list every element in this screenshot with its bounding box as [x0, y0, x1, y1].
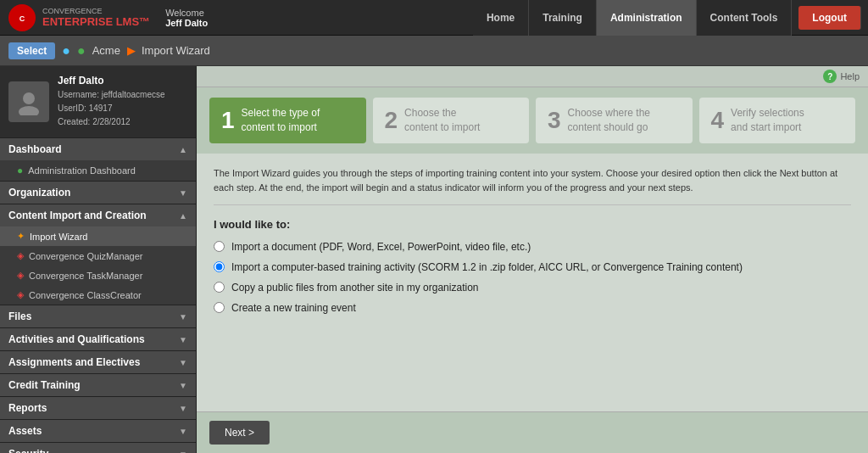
content-area: ? Help 1 Select the type of content to i…	[197, 66, 868, 453]
wizard-step-1[interactable]: 1 Select the type of content to import	[209, 98, 366, 143]
svg-text:C: C	[19, 14, 25, 23]
sidebar-section-organization: Organization ▼	[0, 182, 196, 204]
sidebar-section-dashboard: Dashboard ▲ ● Administration Dashboard	[0, 138, 196, 182]
user-info: Jeff Dalto Username: jeffdaltoacmecse Us…	[58, 75, 165, 129]
chevron-up-icon2: ▲	[179, 211, 187, 221]
breadcrumb-dot2-icon: ●	[77, 43, 86, 59]
chevron-down-icon8: ▼	[179, 427, 187, 436]
sidebar-section-reports: Reports ▼	[0, 397, 196, 420]
sidebar-section-assets: Assets ▼	[0, 420, 196, 443]
wizard-steps: 1 Select the type of content to import 2…	[197, 87, 868, 154]
sidebar-header-dashboard[interactable]: Dashboard ▲	[0, 138, 196, 160]
logo-text: CONVERGENCE ENTERPRISE LMS™	[42, 7, 150, 28]
nav-training-button[interactable]: Training	[529, 0, 597, 36]
help-icon: ?	[823, 70, 837, 83]
nav-buttons: Home Training Administration Content Too…	[473, 0, 868, 35]
sidebar-section-files: Files ▼	[0, 305, 196, 328]
breadcrumb-acme[interactable]: Acme	[92, 44, 120, 57]
sidebar-item-task-manager[interactable]: ◈ Convergence TaskManager	[0, 266, 196, 285]
main-layout: Jeff Dalto Username: jeffdaltoacmecse Us…	[0, 66, 868, 453]
option-4[interactable]: Create a new training event	[214, 302, 851, 314]
sidebar-section-content-import: Content Import and Creation ▲ ✦ Import W…	[0, 204, 196, 305]
sidebar-section-credit-training: Credit Training ▼	[0, 374, 196, 397]
sidebar-header-credit-training[interactable]: Credit Training ▼	[0, 374, 196, 396]
breadcrumb-dot-icon: ●	[62, 43, 70, 59]
secondbar: Select ● ● Acme ▶ Import Wizard	[0, 36, 868, 66]
option-1[interactable]: Import a document (PDF, Word, Excel, Pow…	[214, 241, 851, 253]
chevron-down-icon4: ▼	[179, 335, 187, 344]
sidebar-item-admin-dashboard[interactable]: ● Administration Dashboard	[0, 160, 196, 181]
chevron-down-icon6: ▼	[179, 381, 187, 390]
nav-logout-button[interactable]: Logout	[798, 6, 861, 30]
wizard-footer: Next >	[197, 411, 868, 453]
wizard-description: The Import Wizard guides you through the…	[214, 166, 851, 205]
wizard-icon: ✦	[17, 231, 25, 242]
sidebar-header-organization[interactable]: Organization ▼	[0, 182, 196, 204]
avatar	[8, 81, 49, 122]
sidebar-header-files[interactable]: Files ▼	[0, 305, 196, 327]
chevron-up-icon: ▲	[179, 145, 187, 154]
wizard-content: The Import Wizard guides you through the…	[197, 154, 868, 411]
breadcrumb-separator: ▶	[127, 45, 135, 57]
sidebar: Jeff Dalto Username: jeffdaltoacmecse Us…	[0, 66, 197, 453]
help-button[interactable]: ? Help	[823, 70, 860, 83]
topbar: C CONVERGENCE ENTERPRISE LMS™ Welcome Je…	[0, 0, 868, 36]
svg-point-3	[19, 106, 39, 115]
wizard-step-3[interactable]: 3 Choose where the content should go	[536, 98, 693, 143]
class-icon: ◈	[17, 289, 24, 300]
sidebar-item-import-wizard[interactable]: ✦ Import Wizard	[0, 226, 196, 246]
sidebar-header-security[interactable]: Security ▼	[0, 443, 196, 453]
nav-home-button[interactable]: Home	[473, 0, 529, 36]
sidebar-header-content-import[interactable]: Content Import and Creation ▲	[0, 204, 196, 226]
welcome-area: Welcome Jeff Dalto	[165, 8, 208, 28]
radio-option-2[interactable]	[214, 261, 225, 272]
sidebar-item-class-creator[interactable]: ◈ Convergence ClassCreator	[0, 285, 196, 305]
choice-title: I would like to:	[214, 218, 851, 231]
sidebar-header-assets[interactable]: Assets ▼	[0, 420, 196, 442]
next-button[interactable]: Next >	[209, 421, 270, 445]
quiz-icon: ◈	[17, 250, 24, 261]
logo-icon: C	[8, 4, 36, 31]
user-panel: Jeff Dalto Username: jeffdaltoacmecse Us…	[0, 66, 196, 138]
help-bar: ? Help	[197, 66, 868, 87]
sidebar-header-activities[interactable]: Activities and Qualifications ▼	[0, 328, 196, 350]
wizard-step-4[interactable]: 4 Verify selections and start import	[699, 98, 856, 143]
sidebar-section-assignments: Assignments and Electives ▼	[0, 351, 196, 374]
sidebar-header-assignments[interactable]: Assignments and Electives ▼	[0, 351, 196, 373]
select-button[interactable]: Select	[8, 42, 55, 59]
radio-option-4[interactable]	[214, 302, 225, 313]
sidebar-item-quiz-manager[interactable]: ◈ Convergence QuizManager	[0, 246, 196, 266]
chevron-down-icon9: ▼	[179, 450, 187, 454]
sidebar-section-security: Security ▼	[0, 443, 196, 453]
option-3[interactable]: Copy a public files from another site in…	[214, 282, 851, 294]
task-icon: ◈	[17, 270, 24, 281]
radio-option-3[interactable]	[214, 282, 225, 293]
svg-point-2	[23, 92, 35, 104]
breadcrumb-wizard: Import Wizard	[142, 44, 210, 57]
chevron-down-icon: ▼	[179, 188, 187, 198]
wizard-step-2[interactable]: 2 Choose the content to import	[373, 98, 530, 143]
chevron-down-icon5: ▼	[179, 358, 187, 367]
chevron-down-icon3: ▼	[179, 312, 187, 322]
chevron-down-icon7: ▼	[179, 404, 187, 413]
sidebar-section-activities: Activities and Qualifications ▼	[0, 328, 196, 351]
logo-area: C CONVERGENCE ENTERPRISE LMS™ Welcome Je…	[8, 4, 208, 31]
sidebar-header-reports[interactable]: Reports ▼	[0, 397, 196, 419]
nav-content-tools-button[interactable]: Content Tools	[697, 0, 793, 36]
circle-icon: ●	[17, 165, 23, 176]
nav-administration-button[interactable]: Administration	[597, 0, 697, 36]
radio-option-1[interactable]	[214, 241, 225, 252]
option-2[interactable]: Import a computer-based training activit…	[214, 261, 851, 273]
